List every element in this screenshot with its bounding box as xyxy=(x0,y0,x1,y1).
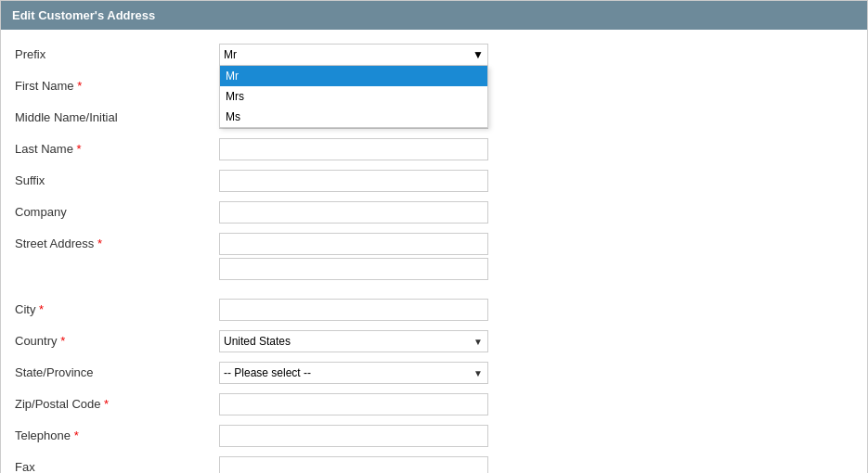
last-name-required: * xyxy=(76,142,81,156)
suffix-label: Suffix xyxy=(15,170,219,187)
last-name-input[interactable] xyxy=(219,138,488,160)
prefix-dropdown-list: Mr Mrs Ms xyxy=(219,66,488,128)
first-name-label: First Name * xyxy=(15,75,219,93)
prefix-option-ms[interactable]: Ms xyxy=(220,107,487,127)
zip-required: * xyxy=(104,397,109,411)
zip-code-input[interactable] xyxy=(219,393,488,415)
city-field xyxy=(219,299,488,321)
suffix-row: Suffix xyxy=(15,165,853,197)
state-province-field: -- Please select -- xyxy=(219,362,488,384)
state-province-label: State/Province xyxy=(15,362,219,379)
country-field: United States Canada United Kingdom xyxy=(219,330,488,352)
street-address-input-2[interactable] xyxy=(219,258,488,280)
street-address-input-1[interactable] xyxy=(219,233,488,255)
telephone-field xyxy=(219,425,488,447)
prefix-label: Prefix xyxy=(15,44,219,61)
zip-code-label: Zip/Postal Code * xyxy=(15,393,219,411)
street-address-label: Street Address * xyxy=(15,233,219,250)
suffix-field xyxy=(219,170,488,192)
prefix-field: Mr ▼ Mr Mrs Ms xyxy=(219,44,488,66)
fax-row: Fax xyxy=(15,452,853,473)
city-required: * xyxy=(39,302,44,316)
spacer xyxy=(15,285,853,294)
country-required: * xyxy=(60,334,65,348)
form-header: Edit Customer's Address xyxy=(1,1,867,30)
form-body: Prefix Mr ▼ Mr Mrs Ms First Name * xyxy=(1,30,867,473)
edit-address-form: Edit Customer's Address Prefix Mr ▼ Mr M… xyxy=(0,0,868,473)
street-address-row: Street Address * xyxy=(15,228,853,285)
first-name-required: * xyxy=(77,79,82,93)
telephone-required: * xyxy=(74,428,79,442)
suffix-input[interactable] xyxy=(219,170,488,192)
country-label: Country * xyxy=(15,330,219,348)
prefix-current-value: Mr xyxy=(224,48,237,61)
last-name-label: Last Name * xyxy=(15,138,219,156)
state-select-wrapper: -- Please select -- xyxy=(219,362,488,384)
prefix-chevron-icon: ▼ xyxy=(473,48,484,61)
country-row: Country * United States Canada United Ki… xyxy=(15,326,853,357)
last-name-row: Last Name * xyxy=(15,134,853,165)
last-name-field xyxy=(219,138,488,160)
fax-field xyxy=(219,456,488,473)
form-title: Edit Customer's Address xyxy=(12,8,155,22)
telephone-row: Telephone * xyxy=(15,420,853,452)
prefix-row: Prefix Mr ▼ Mr Mrs Ms xyxy=(15,39,853,70)
zip-code-row: Zip/Postal Code * xyxy=(15,389,853,420)
street-address-field xyxy=(219,233,488,280)
telephone-input[interactable] xyxy=(219,425,488,447)
prefix-select-header[interactable]: Mr ▼ xyxy=(219,44,488,66)
street-required: * xyxy=(97,236,102,250)
fax-label: Fax xyxy=(15,456,219,473)
company-input[interactable] xyxy=(219,201,488,224)
company-label: Company xyxy=(15,201,219,219)
zip-code-field xyxy=(219,393,488,415)
fax-input[interactable] xyxy=(219,456,488,473)
country-select-wrapper: United States Canada United Kingdom xyxy=(219,330,488,352)
prefix-option-mr[interactable]: Mr xyxy=(220,66,487,86)
state-province-row: State/Province -- Please select -- xyxy=(15,357,853,389)
city-row: City * xyxy=(15,294,853,326)
street-inputs-container xyxy=(219,233,488,280)
company-row: Company xyxy=(15,197,853,228)
prefix-dropdown-container: Mr ▼ Mr Mrs Ms xyxy=(219,44,488,66)
country-select[interactable]: United States Canada United Kingdom xyxy=(219,330,488,352)
city-input[interactable] xyxy=(219,299,488,321)
telephone-label: Telephone * xyxy=(15,425,219,442)
state-select[interactable]: -- Please select -- xyxy=(219,362,488,384)
company-field xyxy=(219,201,488,224)
city-label: City * xyxy=(15,299,219,316)
middle-name-label: Middle Name/Initial xyxy=(15,107,219,124)
prefix-option-mrs[interactable]: Mrs xyxy=(220,86,487,107)
